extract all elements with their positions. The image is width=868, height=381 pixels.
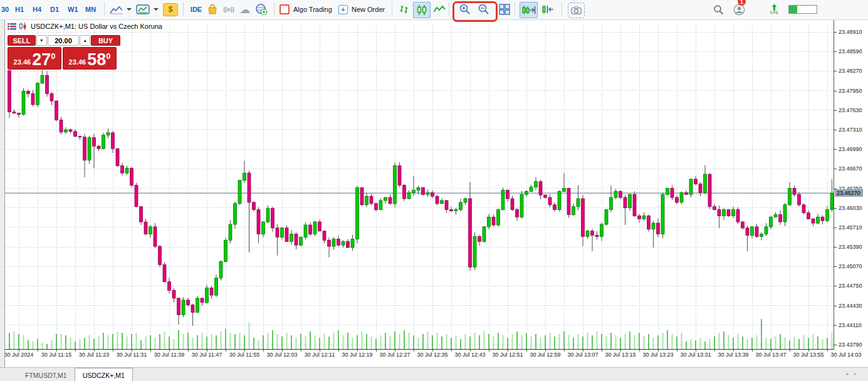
volume-bar	[751, 338, 753, 349]
ide-button[interactable]: IDE	[188, 0, 204, 19]
time-tick-label: 30 Jul 12:11	[305, 352, 335, 358]
chart-symbol-icon[interactable]	[19, 23, 27, 30]
market-bag-icon[interactable]	[206, 0, 219, 19]
volume-increase-button[interactable]: ▲	[80, 35, 90, 46]
candle-body	[774, 214, 777, 217]
volume-bar	[832, 333, 833, 349]
sell-button[interactable]: SELL	[8, 35, 36, 46]
sell-price-button[interactable]: 23.46 27 0	[8, 47, 61, 70]
volume-bar	[733, 338, 734, 349]
toolbar-separator	[449, 3, 449, 16]
candle-body	[426, 192, 429, 194]
volume-bar	[794, 337, 795, 349]
time-tick-label: 30 Jul 11:31	[117, 352, 147, 358]
zoom-in-button[interactable]	[458, 0, 473, 19]
community-globe-icon[interactable]	[254, 0, 269, 19]
volume-bar	[347, 333, 348, 349]
chart-type-line-icon[interactable]	[109, 0, 124, 19]
screenshot-camera-icon[interactable]	[568, 3, 585, 18]
volume-input[interactable]: 20.00	[48, 35, 80, 46]
volume-bar	[545, 335, 546, 349]
candle-body	[520, 194, 523, 217]
tile-windows-icon[interactable]	[498, 0, 511, 19]
candle-body	[680, 192, 683, 202]
toolbar-separator	[183, 3, 184, 16]
candle-body	[210, 288, 213, 295]
price-tick	[834, 149, 837, 150]
time-tick-label: 30 Jul 12:51	[492, 352, 523, 358]
volume-bar	[291, 335, 292, 349]
volume-bar	[155, 338, 156, 349]
timeframe-30[interactable]: 30	[1, 6, 15, 13]
signals-icon[interactable]: ((o))	[221, 0, 237, 19]
market-depth-icon[interactable]	[8, 23, 16, 30]
indicators-icon[interactable]	[135, 0, 151, 19]
left-panel-edge[interactable]	[0, 19, 5, 368]
volume-bar	[352, 338, 353, 349]
shift-chart-right-icon[interactable]	[520, 2, 538, 18]
buy-price-button[interactable]: 23.46 58 0	[63, 47, 117, 70]
buy-price-base: 23.46	[69, 58, 86, 66]
lvl-indicator-icon[interactable]: LVL	[768, 0, 781, 19]
volume-bar	[93, 339, 95, 349]
chart-area[interactable]: USDCZK+,M1: US Dollar vs Czech Koruna SE…	[5, 19, 834, 350]
volume-bar	[422, 334, 424, 349]
candlestick-mode-icon[interactable]	[413, 2, 431, 18]
price-tick	[834, 247, 837, 248]
timeframe-H1[interactable]: H1	[15, 6, 33, 13]
auto-scroll-icon[interactable]	[540, 0, 557, 19]
bar-chart-mode-icon[interactable]	[397, 0, 411, 19]
candle-body	[337, 239, 340, 245]
search-icon[interactable]	[712, 0, 724, 19]
volume-bar	[202, 333, 203, 349]
candle-body	[755, 227, 758, 237]
new-order-button[interactable]: + New Order	[338, 0, 385, 19]
volume-bar	[578, 334, 579, 349]
volume-bar	[507, 338, 508, 349]
candle-body	[600, 224, 604, 236]
volume-bar	[738, 334, 739, 349]
zoom-out-button[interactable]	[476, 0, 491, 19]
candle-body	[398, 165, 401, 185]
time-tick-label: 30 Jul 2024	[4, 352, 34, 358]
algo-trading-toggle[interactable]: Algo Trading	[280, 0, 332, 19]
chart-tab-ftmusdt-m1[interactable]: FTMUSDT,M1	[18, 370, 75, 381]
time-tick	[376, 350, 377, 352]
candle-body	[394, 165, 397, 203]
cloud-icon[interactable]: ☁	[238, 0, 252, 19]
timeframe-D1[interactable]: D1	[50, 6, 68, 13]
volume-bar	[540, 338, 541, 349]
volume-bar	[639, 333, 640, 349]
account-icon[interactable]: 1	[732, 0, 746, 19]
indicators-dropdown-icon[interactable]	[152, 0, 160, 19]
line-chart-mode-icon[interactable]	[432, 0, 446, 19]
tab-scroll-arrows[interactable]: ◂▸	[845, 371, 863, 377]
algo-trading-label: Algo Trading	[293, 6, 332, 13]
volume-bar	[606, 337, 607, 349]
candle-body	[342, 241, 345, 245]
price-axis[interactable]: 23.4891023.4859023.4827023.4795023.47630…	[834, 19, 868, 350]
one-click-trading-panel: SELL ▼ 20.00 ▲ BUY 23.46 27 0 23.46 58 0	[7, 34, 121, 70]
candle-body	[685, 192, 688, 194]
candle-body	[262, 222, 265, 234]
volume-decrease-button[interactable]: ▼	[36, 35, 47, 46]
chart-tab-usdczk-m1[interactable]: USDCZK+,M1	[75, 368, 133, 381]
time-tick	[752, 350, 753, 352]
currency-icon[interactable]: $	[163, 0, 178, 19]
candle-body	[661, 194, 664, 234]
time-tick-label: 30 Jul 13:31	[680, 352, 711, 358]
buy-button[interactable]: BUY	[91, 35, 120, 46]
timeframe-W1[interactable]: W1	[68, 6, 85, 13]
timeframe-MN[interactable]: MN	[85, 6, 103, 13]
candle-body	[83, 137, 86, 160]
chart-type-dropdown-icon[interactable]	[125, 0, 133, 19]
time-tick	[301, 350, 301, 352]
time-axis[interactable]: 30 Jul 202430 Jul 11:1530 Jul 11:2330 Ju…	[0, 350, 868, 361]
price-tick-label: 23.45070	[839, 263, 862, 269]
timeframe-H4[interactable]: H4	[33, 6, 50, 13]
volume-bar	[37, 339, 38, 349]
candle-body	[436, 196, 439, 204]
candle-body	[535, 182, 538, 187]
volume-bar	[691, 339, 692, 349]
candle-body	[605, 210, 608, 224]
